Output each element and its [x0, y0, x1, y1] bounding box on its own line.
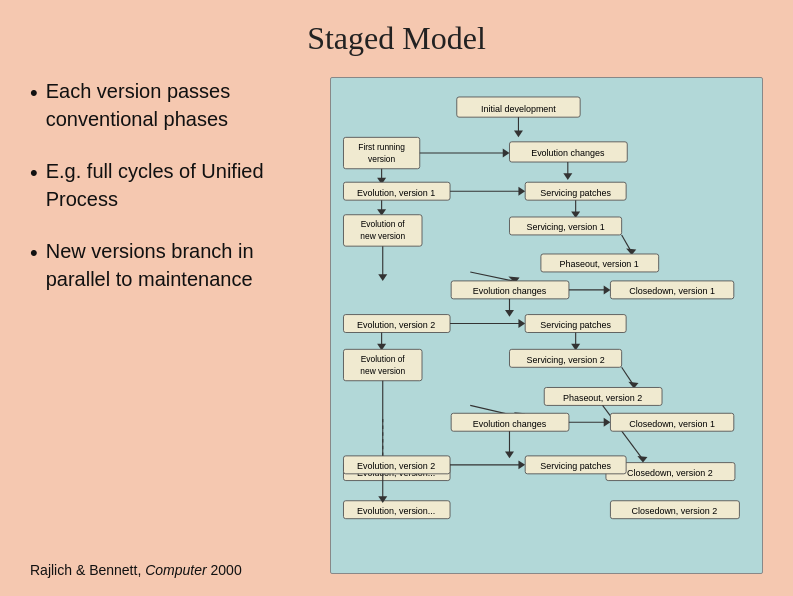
svg-text:Evolution, version...: Evolution, version... [357, 506, 435, 516]
svg-text:Evolution, version 2: Evolution, version 2 [357, 461, 435, 471]
svg-text:Phaseout, version 1: Phaseout, version 1 [560, 259, 639, 269]
svg-text:Servicing patches: Servicing patches [540, 461, 611, 471]
svg-text:Initial development: Initial development [481, 104, 556, 114]
svg-text:Servicing patches: Servicing patches [540, 188, 611, 198]
bullet-item-1: Each version passes conventional phases [30, 77, 310, 133]
svg-text:Evolution changes: Evolution changes [473, 419, 547, 429]
svg-text:new version: new version [360, 231, 405, 241]
slide-container: Staged Model Each version passes convent… [0, 0, 793, 596]
svg-text:Closedown, version 2: Closedown, version 2 [631, 506, 717, 516]
bullet-item-3: New versions branch in parallel to maint… [30, 237, 310, 293]
svg-text:Servicing patches: Servicing patches [540, 320, 611, 330]
svg-text:Servicing, version 2: Servicing, version 2 [526, 355, 604, 365]
content-area: Each version passes conventional phases … [30, 77, 763, 574]
svg-text:Closedown, version 2: Closedown, version 2 [627, 468, 713, 478]
svg-text:Closedown, version 1: Closedown, version 1 [629, 286, 715, 296]
slide-title: Staged Model [30, 20, 763, 57]
svg-text:Servicing, version 1: Servicing, version 1 [526, 222, 604, 232]
bullet-points: Each version passes conventional phases … [30, 77, 310, 317]
svg-text:First running: First running [358, 142, 405, 152]
diagram-svg: Initial development First running versio… [339, 88, 754, 559]
diagram-area: Initial development First running versio… [330, 77, 763, 574]
svg-text:Evolution of: Evolution of [361, 354, 406, 364]
svg-text:Evolution, version 2: Evolution, version 2 [357, 320, 435, 330]
bullet-item-2: E.g. full cycles of Unified Process [30, 157, 310, 213]
svg-text:Evolution of: Evolution of [361, 219, 406, 229]
svg-text:version: version [368, 154, 395, 164]
svg-text:Evolution changes: Evolution changes [473, 286, 547, 296]
svg-text:Evolution changes: Evolution changes [531, 148, 605, 158]
svg-text:Phaseout, version 2: Phaseout, version 2 [563, 393, 642, 403]
svg-text:Evolution, version 1: Evolution, version 1 [357, 188, 435, 198]
svg-text:Closedown, version 1: Closedown, version 1 [629, 419, 715, 429]
footer-citation: Rajlich & Bennett, Computer 2000 [30, 562, 242, 578]
svg-text:new version: new version [360, 366, 405, 376]
